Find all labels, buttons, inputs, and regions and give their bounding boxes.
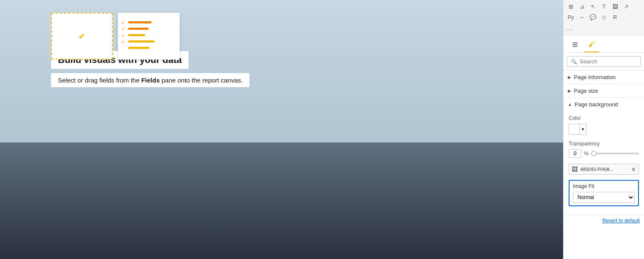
list-lines: ✔ ✔ ✔ ✔ bbox=[118, 17, 180, 56]
image-fit-container: Image Fit Normal Fit Fill Tile bbox=[569, 180, 639, 206]
line-bar-3 bbox=[128, 34, 145, 36]
tab-grid[interactable]: ⊞ bbox=[567, 37, 582, 52]
illus-card-left: ✔ ↗ bbox=[51, 13, 113, 60]
transparency-slider-track[interactable] bbox=[591, 153, 639, 154]
transparency-slider-thumb[interactable] bbox=[591, 151, 596, 156]
page-background-body: Color ▼ Transparency 0 % 🖼 489243- bbox=[564, 111, 644, 215]
revert-to-default-link[interactable]: Revert to default bbox=[564, 215, 644, 226]
line-bar-4 bbox=[128, 40, 155, 43]
python-icon[interactable]: Py bbox=[566, 12, 575, 22]
page-size-section: Page size bbox=[564, 84, 644, 98]
line-bar-5 bbox=[128, 47, 149, 49]
icon-row-1: ⊞ ⊿ ↖ T 🖼 ↗ bbox=[566, 2, 641, 11]
illus-card-right: ✔ ✔ ✔ ✔ bbox=[118, 13, 180, 60]
page-background-label: Page background bbox=[575, 101, 618, 108]
pct-label: % bbox=[584, 151, 589, 157]
toolbar-icons: ⊞ ⊿ ↖ T 🖼 ↗ Py ↔ 💬 ◇ R ... bbox=[564, 0, 644, 35]
page-size-label: Page size bbox=[574, 88, 598, 94]
right-panel: ⊞ ⊿ ↖ T 🖼 ↗ Py ↔ 💬 ◇ R ... ⊞ 🖌 🔍 Page bbox=[563, 0, 644, 259]
color-label: Color bbox=[569, 115, 639, 121]
more-dots[interactable]: ... bbox=[566, 23, 641, 33]
check-icon-3: ✔ bbox=[121, 33, 126, 37]
check-icon-1: ✔ bbox=[121, 20, 126, 25]
checkmark-icon: ✔ bbox=[78, 31, 86, 41]
subtitle-suffix: pane onto the report canvas. bbox=[160, 77, 243, 84]
page-background-section: Page background Color ▼ Transparency 0 % bbox=[564, 98, 644, 215]
search-input[interactable] bbox=[580, 58, 637, 65]
r-icon[interactable]: R bbox=[610, 12, 620, 22]
page-information-header[interactable]: Page information bbox=[564, 71, 644, 84]
icon-row-2: Py ↔ 💬 ◇ R bbox=[566, 12, 641, 22]
page-size-header[interactable]: Page size bbox=[564, 84, 644, 97]
check-icon-2: ✔ bbox=[121, 27, 126, 31]
share-icon[interactable]: ↗ bbox=[621, 2, 631, 11]
subtitle-prefix: Select or drag fields from the bbox=[58, 77, 141, 84]
color-picker-row: ▼ bbox=[569, 124, 639, 135]
tab-format[interactable]: 🖌 bbox=[584, 37, 599, 52]
transparency-row: Transparency 0 % bbox=[569, 141, 639, 158]
tab-row: ⊞ 🖌 bbox=[564, 35, 644, 53]
subtitle-bold: Fields bbox=[141, 77, 160, 84]
transparency-label: Transparency bbox=[569, 141, 639, 147]
image-icon[interactable]: 🖼 bbox=[610, 2, 620, 11]
image-file-name: 489243-PH0A... bbox=[580, 167, 629, 172]
page-background-header[interactable]: Page background bbox=[564, 98, 644, 111]
filter-icon[interactable]: ⊿ bbox=[577, 2, 587, 11]
chevron-page-info bbox=[568, 75, 571, 80]
chevron-page-bg bbox=[568, 102, 572, 107]
line-bar-1 bbox=[128, 21, 152, 23]
image-file-close-icon[interactable]: ✕ bbox=[631, 166, 636, 173]
comment-icon[interactable]: 💬 bbox=[588, 12, 598, 22]
arrows-icon[interactable]: ↔ bbox=[577, 12, 587, 22]
check-icon-4: ✔ bbox=[121, 40, 126, 44]
color-swatch[interactable] bbox=[569, 124, 580, 135]
transparency-input-row: 0 % bbox=[569, 149, 639, 158]
page-information-section: Page information bbox=[564, 71, 644, 84]
list-line-2: ✔ bbox=[121, 27, 176, 31]
transparency-input[interactable]: 0 bbox=[569, 149, 581, 158]
color-dropdown-arrow[interactable]: ▼ bbox=[580, 124, 587, 135]
line-bar-2 bbox=[128, 28, 149, 30]
search-icon: 🔍 bbox=[571, 59, 577, 65]
check-icon-5 bbox=[121, 46, 126, 50]
chevron-page-size bbox=[568, 88, 571, 93]
search-box: 🔍 bbox=[567, 56, 641, 67]
list-line-4: ✔ bbox=[121, 40, 176, 44]
canvas-area: Build visuals with your data Select or d… bbox=[0, 0, 563, 259]
list-line-5 bbox=[121, 46, 176, 50]
textbox-icon[interactable]: T bbox=[599, 2, 609, 11]
image-file-row: 🖼 489243-PH0A... ✕ bbox=[569, 164, 639, 175]
grid-icon[interactable]: ⊞ bbox=[566, 2, 575, 11]
list-line-1: ✔ bbox=[121, 20, 176, 25]
image-file-icon: 🖼 bbox=[572, 166, 578, 173]
image-fit-label: Image Fit bbox=[573, 183, 635, 189]
shapes-icon[interactable]: ◇ bbox=[599, 12, 609, 22]
search-container: 🔍 bbox=[564, 53, 644, 71]
page-information-label: Page information bbox=[574, 74, 615, 80]
image-fit-select[interactable]: Normal Fit Fill Tile bbox=[573, 192, 635, 203]
list-line-3: ✔ bbox=[121, 33, 176, 37]
cursor-icon[interactable]: ↖ bbox=[588, 2, 598, 11]
canvas-subtitle: Select or drag fields from the Fields pa… bbox=[51, 73, 249, 87]
